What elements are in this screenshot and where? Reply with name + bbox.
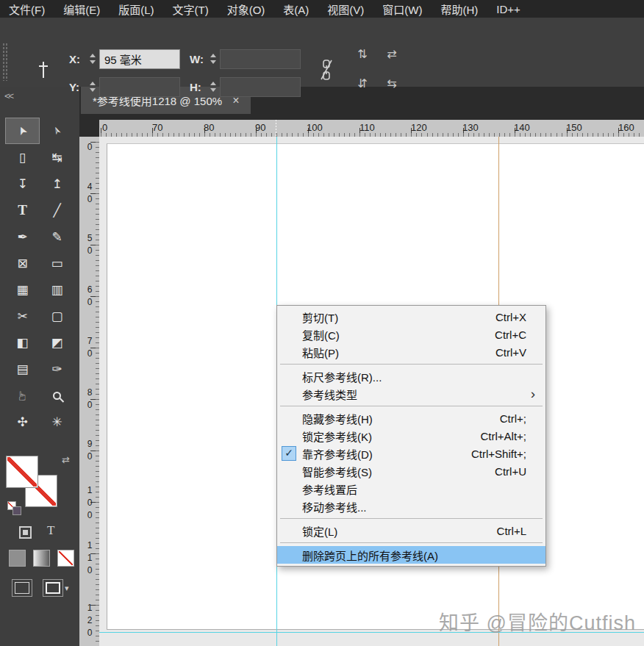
pen-tool[interactable]: ✒ — [5, 223, 40, 250]
w-field-label: W: — [190, 53, 206, 65]
w-stepper[interactable] — [208, 49, 218, 69]
x-input[interactable] — [99, 49, 180, 69]
fill-swatch[interactable] — [6, 456, 38, 488]
w-input[interactable] — [220, 49, 301, 69]
table-tool[interactable]: ▥ — [40, 276, 74, 303]
line-tool[interactable]: ╱ — [40, 197, 74, 223]
x-field-label: X: — [69, 53, 85, 65]
menu-help[interactable]: 帮助(H) — [440, 1, 478, 17]
x-stepper[interactable] — [87, 49, 97, 69]
apply-color-button[interactable] — [9, 550, 26, 567]
collapse-panel-button[interactable]: << — [4, 90, 12, 101]
ruler-corner[interactable] — [79, 120, 99, 137]
menu-item-ruler-guides[interactable]: 标尺参考线(R)... — [277, 367, 545, 385]
direct-selection-tool[interactable]: ➢ — [40, 118, 74, 144]
tools-panel: << ➤ ➢ ▯ ↹ ↧ ↥ T ╱ ✒ ✎ ⊠ — [0, 87, 79, 646]
menu-separator[interactable] — [277, 539, 545, 546]
touch-tool[interactable]: ✳ — [40, 409, 74, 435]
menu-item-guide-type[interactable]: 参考线类型 — [277, 385, 545, 403]
y-input[interactable] — [99, 77, 180, 97]
menu-item-guides-in-back[interactable]: 参考线置后 — [277, 480, 545, 498]
menu-file[interactable]: 文件(F) — [9, 1, 45, 17]
spacing-vertical-icon[interactable]: ⇵ — [353, 73, 372, 93]
formatting-affects-container-button[interactable] — [19, 526, 32, 539]
default-fill-stroke-icon[interactable] — [7, 501, 22, 516]
content-collector-tool[interactable]: ↧ — [5, 171, 40, 197]
view-mode-dropdown-icon[interactable]: ▾ — [65, 584, 69, 593]
selection-tool[interactable]: ➤ — [5, 118, 40, 144]
watermark-text: 知乎 @冒险的Cutfish — [439, 607, 636, 636]
free-transform-tool[interactable]: ▢ — [40, 303, 74, 329]
grid-tool[interactable]: ▦ — [5, 276, 40, 303]
none-slash-icon — [7, 457, 37, 487]
normal-view-mode-button[interactable] — [12, 579, 32, 597]
gradient-feather-tool[interactable]: ◩ — [40, 329, 74, 356]
menu-view[interactable]: 视图(V) — [327, 1, 364, 17]
panel-grip[interactable] — [2, 43, 7, 81]
menu-separator[interactable] — [277, 403, 545, 409]
pencil-tool[interactable]: ✎ — [40, 223, 74, 250]
formatting-affects-text-button[interactable]: T — [47, 523, 54, 538]
type-tool[interactable]: T — [5, 197, 40, 223]
menu-item-copy[interactable]: 复制(C) Ctrl+C — [277, 326, 545, 343]
swap-fill-stroke-icon[interactable]: ⇄ — [62, 454, 70, 465]
context-menu: 剪切(T) Ctrl+X 复制(C) Ctrl+C 粘贴(P) Ctrl+V — [276, 305, 546, 567]
color-theme-tool[interactable]: ✣ — [5, 409, 40, 435]
menu-item-hide-guides[interactable]: 隐藏参考线(H) Ctrl+; — [277, 409, 545, 427]
menu-window[interactable]: 窗口(W) — [382, 1, 422, 17]
menu-item-lock[interactable]: 锁定(L) Ctrl+L — [277, 522, 545, 539]
ruler-position-marker — [276, 120, 276, 137]
page-tool[interactable]: ▯ — [5, 144, 40, 171]
menu-separator[interactable] — [277, 361, 545, 367]
apply-none-button[interactable] — [57, 550, 74, 567]
menu-item-snap-to-guides[interactable]: 靠齐参考线(D) Ctrl+Shift+; — [277, 445, 545, 462]
menu-layout[interactable]: 版面(L) — [118, 1, 154, 17]
y-stepper[interactable] — [87, 77, 97, 97]
apply-gradient-button[interactable] — [33, 550, 50, 567]
hand-tool[interactable]: ☞ — [5, 382, 40, 409]
tools-grid: ➤ ➢ ▯ ↹ ↧ ↥ T ╱ ✒ ✎ ⊠ ▭ — [5, 118, 74, 435]
application-window: 文件(F) 编辑(E) 版面(L) 文字(T) 对象(O) 表(A) 视图(V)… — [0, 0, 644, 646]
menu-item-cut[interactable]: 剪切(T) Ctrl+X — [277, 308, 545, 326]
menu-object[interactable]: 对象(O) — [227, 1, 265, 17]
menu-item-paste[interactable]: 粘贴(P) Ctrl+V — [277, 343, 545, 361]
menu-bar: 文件(F) 编辑(E) 版面(L) 文字(T) 对象(O) 表(A) 视图(V)… — [0, 0, 644, 18]
distribute-vertical-icon[interactable]: ⇅ — [353, 44, 372, 63]
vertical-ruler[interactable] — [79, 137, 99, 646]
note-tool[interactable]: ▤ — [5, 356, 40, 382]
reference-point-icon[interactable] — [39, 62, 48, 78]
preview-mode-button[interactable] — [43, 579, 63, 597]
menu-idpp[interactable]: ID++ — [496, 3, 520, 15]
gradient-swatch-tool[interactable]: ◧ — [5, 329, 40, 356]
h-stepper[interactable] — [208, 77, 218, 97]
menu-item-smart-guides[interactable]: 智能参考线(S) Ctrl+U — [277, 462, 545, 480]
menu-type[interactable]: 文字(T) — [173, 1, 209, 17]
menu-item-move-guides[interactable]: 移动参考线... — [277, 498, 545, 515]
y-field-label: Y: — [69, 81, 85, 93]
control-panel: X: Y: W: H: — [0, 18, 644, 87]
content-placer-tool[interactable]: ↥ — [40, 171, 74, 197]
checkmark-icon — [282, 446, 302, 461]
menu-edit[interactable]: 编辑(E) — [63, 1, 100, 17]
rectangle-frame-tool[interactable]: ⊠ — [5, 250, 40, 276]
menu-item-delete-all-guides[interactable]: 删除跨页上的所有参考线(A) — [277, 546, 545, 564]
rectangle-tool[interactable]: ▭ — [40, 250, 74, 276]
submenu-arrow-icon — [526, 386, 535, 402]
spacing-horizontal-icon[interactable]: ⇆ — [382, 73, 401, 93]
menu-separator[interactable] — [277, 515, 545, 522]
menu-item-lock-guides[interactable]: 锁定参考线(K) Ctrl+Alt+; — [277, 427, 545, 445]
horizontal-ruler[interactable] — [99, 120, 644, 137]
h-field-label: H: — [190, 81, 206, 93]
menu-table[interactable]: 表(A) — [283, 1, 309, 17]
zoom-tool[interactable] — [40, 382, 74, 409]
eyedropper-tool[interactable]: ✑ — [40, 356, 74, 382]
constrain-proportions-link-icon[interactable] — [319, 57, 334, 82]
distribute-horizontal-icon[interactable]: ⇄ — [382, 44, 401, 63]
gap-tool[interactable]: ↹ — [40, 144, 74, 171]
h-input[interactable] — [220, 77, 301, 97]
scissors-tool[interactable]: ✂ — [5, 303, 40, 329]
distribute-icons-group: ⇅ ⇄ ⇵ ⇆ — [353, 44, 401, 93]
